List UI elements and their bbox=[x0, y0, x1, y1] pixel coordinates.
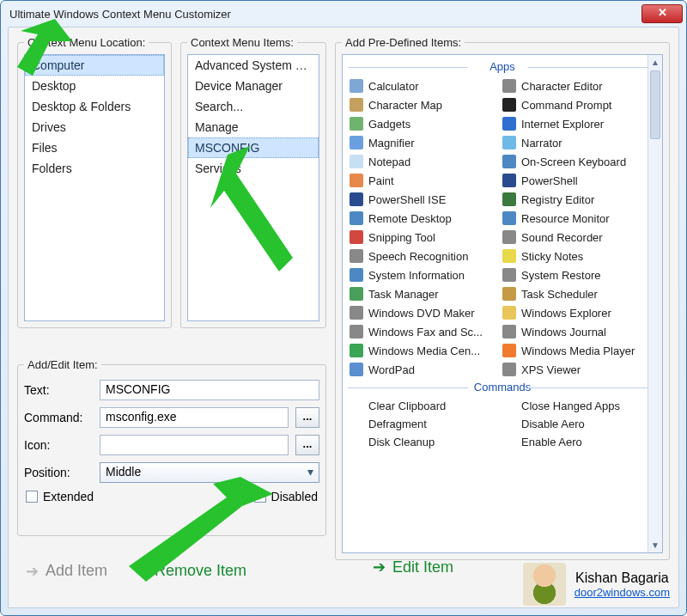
predef-panel: AppsCalculatorCharacter EditorCharacter … bbox=[342, 54, 663, 553]
predef-item[interactable]: On-Screen Keyboard bbox=[501, 152, 650, 171]
arrow-right-icon: ➔ bbox=[26, 562, 39, 581]
predef-section-label: Commands bbox=[344, 381, 660, 393]
predef-item-label: Gadgets bbox=[368, 118, 410, 131]
location-item[interactable]: Computer bbox=[25, 55, 164, 76]
arrow-right-icon: ➔ bbox=[373, 558, 386, 576]
app-icon bbox=[350, 79, 363, 93]
predef-item[interactable]: PowerShell bbox=[501, 171, 650, 190]
predef-item[interactable]: Sticky Notes bbox=[501, 247, 650, 265]
predef-scrollbar[interactable]: ▲ ▼ bbox=[647, 55, 662, 552]
command-input[interactable]: msconfig.exe bbox=[100, 407, 289, 428]
predef-item[interactable]: System Information bbox=[348, 265, 497, 284]
predef-item[interactable]: Command Prompt bbox=[501, 95, 650, 114]
app-icon bbox=[502, 325, 516, 338]
predef-item-label: Disk Cleanup bbox=[368, 436, 435, 448]
predef-item[interactable]: Close Hanged Apps bbox=[501, 397, 650, 415]
scroll-down-icon[interactable]: ▼ bbox=[648, 538, 662, 552]
predef-item[interactable]: Resource Monitor bbox=[501, 209, 650, 228]
predef-item[interactable]: System Restore bbox=[501, 265, 650, 284]
scroll-up-icon[interactable]: ▲ bbox=[648, 55, 662, 70]
context-menu-item[interactable]: MSCONFIG bbox=[188, 137, 319, 158]
predef-item-label: Close Hanged Apps bbox=[521, 399, 620, 412]
location-item[interactable]: Files bbox=[25, 137, 164, 158]
location-item[interactable]: Desktop bbox=[25, 76, 164, 96]
predef-item[interactable]: Disable Aero bbox=[501, 415, 650, 433]
predef-item[interactable]: Windows Media Cen... bbox=[348, 341, 497, 360]
predef-item[interactable]: WordPad bbox=[348, 360, 497, 379]
location-list[interactable]: ComputerDesktopDesktop & FoldersDrivesFi… bbox=[24, 54, 165, 321]
predef-item[interactable]: Sound Recorder bbox=[501, 228, 650, 247]
predef-item-label: Paint bbox=[368, 174, 394, 187]
location-item[interactable]: Folders bbox=[25, 158, 164, 179]
predef-item[interactable]: Calculator bbox=[348, 76, 497, 95]
command-browse-button[interactable]: ... bbox=[295, 407, 319, 428]
predef-item-label: Internet Explorer bbox=[521, 118, 604, 131]
predef-item-label: Magnifier bbox=[368, 137, 414, 149]
location-item[interactable]: Desktop & Folders bbox=[25, 96, 164, 117]
predef-item-label: WordPad bbox=[368, 363, 415, 376]
predef-item[interactable]: Windows Media Player bbox=[501, 341, 650, 360]
app-icon bbox=[502, 98, 516, 112]
predef-item[interactable]: Task Scheduler bbox=[501, 284, 650, 303]
predef-item[interactable]: Gadgets bbox=[348, 114, 497, 133]
predef-item-label: Task Manager bbox=[368, 288, 439, 301]
app-icon bbox=[350, 344, 363, 357]
disabled-checkbox[interactable]: ✔ Disabled bbox=[254, 490, 318, 503]
predef-item-label: XPS Viewer bbox=[521, 363, 581, 376]
context-menu-item[interactable]: Search... bbox=[188, 96, 319, 117]
app-icon bbox=[350, 325, 363, 338]
app-icon bbox=[502, 79, 516, 93]
predef-item[interactable]: Character Editor bbox=[501, 76, 650, 95]
predef-item[interactable]: Snipping Tool bbox=[348, 228, 497, 247]
predef-item-label: Sticky Notes bbox=[521, 250, 583, 263]
app-icon bbox=[502, 287, 516, 301]
predef-item[interactable]: Clear Clipboard bbox=[348, 397, 497, 415]
text-input[interactable]: MSCONFIG bbox=[100, 380, 319, 400]
predef-item[interactable]: Windows Explorer bbox=[501, 303, 650, 322]
predef-item-label: Command Prompt bbox=[521, 99, 611, 112]
predef-item[interactable]: XPS Viewer bbox=[501, 360, 650, 379]
predef-item[interactable]: Windows Journal bbox=[501, 322, 650, 341]
predef-item[interactable]: Registry Editor bbox=[501, 190, 650, 209]
predef-item[interactable]: Notepad bbox=[348, 152, 497, 171]
app-icon bbox=[350, 363, 363, 376]
author-avatar-icon bbox=[523, 563, 566, 606]
predef-item[interactable]: Magnifier bbox=[348, 133, 497, 152]
author-name: Kishan Bagaria bbox=[575, 570, 670, 586]
predef-item[interactable]: Windows Fax and Sc... bbox=[348, 322, 497, 341]
predef-grid: Clear ClipboardClose Hanged AppsDefragme… bbox=[344, 397, 660, 451]
predef-item[interactable]: Defragment bbox=[348, 415, 497, 433]
predef-item-label: On-Screen Keyboard bbox=[521, 156, 626, 168]
action-bar: ➔ Add Item ➔ Remove Item bbox=[17, 543, 326, 599]
items-list[interactable]: Advanced System Pr...Device ManagerSearc… bbox=[187, 54, 319, 321]
predef-item[interactable]: PowerShell ISE bbox=[348, 190, 497, 209]
predef-item[interactable]: Narrator bbox=[501, 133, 650, 152]
predef-item[interactable]: Remote Desktop bbox=[348, 209, 497, 228]
context-menu-item[interactable]: Services bbox=[188, 158, 319, 179]
predef-item[interactable]: Task Manager bbox=[348, 284, 497, 303]
app-icon bbox=[502, 268, 516, 282]
context-menu-item[interactable]: Device Manager bbox=[188, 76, 319, 96]
remove-item-button[interactable]: ➔ Remove Item bbox=[131, 555, 250, 588]
icon-browse-button[interactable]: ... bbox=[295, 435, 319, 455]
scroll-thumb[interactable] bbox=[650, 70, 660, 139]
location-item[interactable]: Drives bbox=[25, 117, 164, 137]
predef-item[interactable]: Internet Explorer bbox=[501, 114, 650, 133]
add-item-button[interactable]: ➔ Add Item bbox=[22, 555, 111, 588]
predef-item-label: Remote Desktop bbox=[368, 212, 452, 225]
predef-item[interactable]: Paint bbox=[348, 171, 497, 190]
icon-input[interactable] bbox=[100, 435, 289, 455]
position-dropdown[interactable]: Middle bbox=[100, 462, 319, 483]
predef-item[interactable]: Speech Recognition bbox=[348, 247, 497, 265]
extended-checkbox[interactable]: Extended bbox=[26, 490, 94, 503]
close-button[interactable]: ✕ bbox=[641, 4, 683, 23]
predef-item-label: System Restore bbox=[521, 269, 600, 282]
predef-item[interactable]: Disk Cleanup bbox=[348, 433, 497, 451]
edit-item-button[interactable]: ➔ Edit Item bbox=[369, 551, 457, 583]
author-link[interactable]: door2windows.com bbox=[575, 586, 670, 599]
predef-item[interactable]: Enable Aero bbox=[501, 433, 650, 451]
context-menu-item[interactable]: Advanced System Pr... bbox=[188, 55, 319, 76]
context-menu-item[interactable]: Manage bbox=[188, 117, 319, 137]
predef-item[interactable]: Character Map bbox=[348, 95, 497, 114]
predef-item[interactable]: Windows DVD Maker bbox=[348, 303, 497, 322]
